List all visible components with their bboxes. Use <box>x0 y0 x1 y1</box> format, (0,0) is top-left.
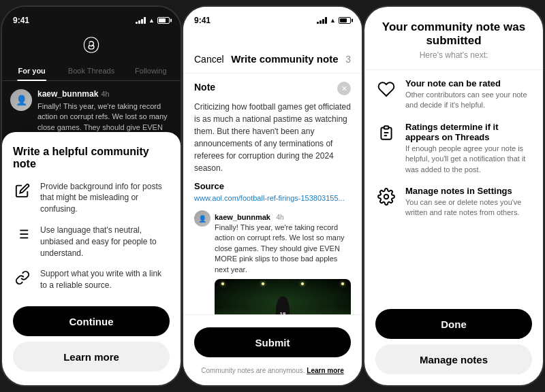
source-link[interactable]: www.aol.com/football-ref-firings-1538031… <box>194 194 351 202</box>
svg-point-0 <box>89 43 90 44</box>
learn-more-button[interactable]: Learn more <box>13 342 170 372</box>
confirmation-panel: Your community note was submitted Here's… <box>364 7 543 385</box>
feature-text-3: Support what you write with a link to a … <box>40 268 170 291</box>
signal-icon-m <box>317 17 327 24</box>
sheet-title: Write a helpful community note <box>13 146 170 170</box>
tabs-left: For you Book Threads Following <box>2 61 181 81</box>
status-time-left: 9:41 <box>13 16 29 25</box>
status-time-middle: 9:41 <box>194 16 211 25</box>
rating-icon <box>375 78 397 100</box>
submit-button[interactable]: Submit <box>194 327 351 357</box>
list-icon <box>13 225 32 244</box>
phone-middle: 9:41 ▲ Cancel Write community note 3 Not… <box>182 5 363 387</box>
write-note-sheet: Write a helpful community note Provide b… <box>2 132 181 385</box>
note-section-title: Note <box>194 82 215 93</box>
status-icons-middle: ▲ <box>317 17 351 24</box>
learn-more-link[interactable]: Learn more <box>307 367 343 374</box>
link-icon <box>13 268 32 287</box>
conf-item-title-3: Manage notes in Settings <box>405 186 532 196</box>
edit-icon <box>13 181 32 200</box>
feature-item-3: Support what you write with a link to a … <box>13 268 170 291</box>
mini-time: 4h <box>276 214 283 221</box>
clipboard-icon <box>375 122 397 144</box>
conf-item-title-1: Your note can be rated <box>405 78 532 88</box>
mini-username: kaew_bunnmak <box>215 213 270 221</box>
mini-post: 👤 kaew_bunnmak 4h Finally! This year, we… <box>194 210 351 314</box>
wifi-icon-m: ▲ <box>330 17 336 24</box>
conf-item-desc-3: You can see or delete notes you've writt… <box>405 197 532 218</box>
manage-notes-button[interactable]: Manage notes <box>375 344 532 374</box>
conf-item-desc-1: Other contributors can see your note and… <box>405 90 532 111</box>
avatar-left: 👤 <box>10 89 32 111</box>
app-header-left <box>2 29 181 61</box>
dismiss-button[interactable]: ✕ <box>337 82 351 95</box>
source-label: Source <box>194 181 351 191</box>
feature-item-1: Provide background info for posts that m… <box>13 181 170 215</box>
cancel-button[interactable]: Cancel <box>194 54 224 65</box>
status-bar-middle: 9:41 ▲ <box>183 7 362 29</box>
post-username-left: kaew_bunnmak <box>37 89 98 99</box>
post-time-left: 4h <box>101 90 109 98</box>
conf-item-2: Ratings determine if it appears on Threa… <box>375 122 532 175</box>
conf-footer: Done Manage notes <box>364 297 543 385</box>
conf-items: Your note can be rated Other contributor… <box>364 70 543 297</box>
mini-text: Finally! This year, we're taking record … <box>215 223 351 275</box>
conf-title: Your community note was submitted <box>375 20 532 48</box>
tab-for-you-left[interactable]: For you <box>2 61 61 80</box>
mini-post-image: 18 <box>215 279 351 314</box>
feature-text-2: Use language that's neutral, unbiased an… <box>40 225 170 259</box>
conf-item-title-2: Ratings determine if it appears on Threa… <box>405 122 532 142</box>
modal-body: Note ✕ Criticizing how football games ge… <box>183 74 362 314</box>
conf-subtitle: Here's what's next: <box>375 50 532 60</box>
battery-icon <box>157 17 170 24</box>
battery-icon-m <box>339 17 351 24</box>
tab-book-threads-left[interactable]: Book Threads <box>61 61 121 80</box>
modal-header: Cancel Write community note 3 <box>183 45 362 74</box>
wifi-icon: ▲ <box>149 17 155 24</box>
submit-footer: Submit Community notes are anonymous. Le… <box>183 314 362 385</box>
continue-button[interactable]: Continue <box>13 306 170 336</box>
feature-item-2: Use language that's neutral, unbiased an… <box>13 225 170 259</box>
signal-icon <box>136 17 146 24</box>
status-icons-left: ▲ <box>136 17 170 24</box>
note-text: Criticizing how football games get offic… <box>194 101 351 174</box>
feature-text-1: Provide background info for posts that m… <box>40 181 170 215</box>
conf-item-3: Manage notes in Settings You can see or … <box>375 186 532 218</box>
phone-left: 9:41 ▲ For you Book Threads Following 👤 <box>1 5 182 387</box>
tab-following-left[interactable]: Following <box>121 61 181 80</box>
threads-logo-left <box>82 35 101 54</box>
anonymous-note: Community notes are anonymous. Learn mor… <box>194 367 351 374</box>
phone-right: 9:41 ▲ For you Book Threads Following 👤 <box>363 5 544 387</box>
conf-item-desc-2: If enough people agree your note is help… <box>405 144 532 175</box>
settings-icon <box>375 186 397 208</box>
mini-avatar: 👤 <box>194 210 211 227</box>
status-bar-left: 9:41 ▲ <box>2 7 181 29</box>
svg-point-11 <box>384 195 389 199</box>
svg-rect-8 <box>384 126 389 129</box>
modal-counter: 3 <box>345 54 351 65</box>
write-note-modal: Cancel Write community note 3 Note ✕ Cri… <box>183 45 362 385</box>
conf-header: Your community note was submitted Here's… <box>364 7 543 70</box>
conf-item-1: Your note can be rated Other contributor… <box>375 78 532 111</box>
done-button[interactable]: Done <box>375 309 532 339</box>
modal-title: Write community note <box>231 53 338 65</box>
